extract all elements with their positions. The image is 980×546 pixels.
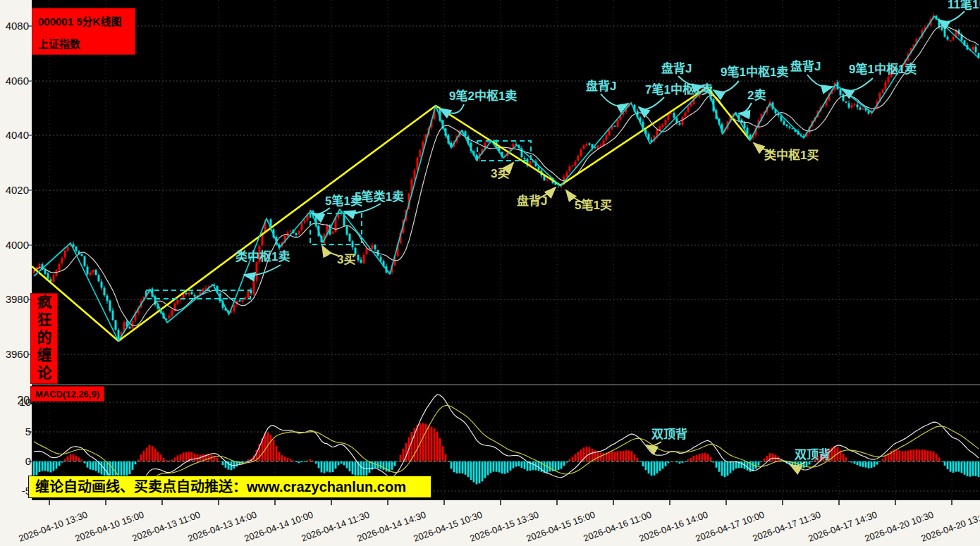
macd-bar: [470, 461, 472, 480]
macd-bar: [716, 461, 718, 468]
macd-bar: [631, 452, 633, 461]
macd-bar: [507, 461, 509, 473]
macd-bar: [278, 452, 281, 461]
candle-body: [944, 30, 946, 37]
candle-body: [682, 117, 684, 125]
macd-bar: [428, 426, 430, 461]
candle-body: [115, 320, 117, 330]
macd-bar: [577, 452, 580, 461]
candle-body: [185, 293, 188, 294]
candle-body: [349, 234, 351, 242]
candle-body: [98, 275, 100, 281]
candle-body: [953, 37, 955, 39]
macd-bar: [972, 461, 974, 476]
macd-bar: [752, 461, 754, 471]
candle-body: [566, 172, 568, 176]
macd-bar: [561, 461, 563, 469]
macd-bar: [425, 423, 427, 461]
macd-bar: [730, 461, 732, 473]
macd-bar: [273, 440, 275, 461]
macd-bar: [194, 454, 196, 461]
macd-bar: [417, 425, 419, 461]
candle-body: [862, 108, 864, 109]
macd-bar: [651, 461, 653, 476]
candle-body: [859, 108, 862, 110]
price-axis-label: 4060: [6, 75, 29, 87]
candle-body: [101, 282, 103, 288]
candle-body: [205, 288, 207, 289]
macd-bar: [324, 461, 326, 473]
macd-bar: [465, 461, 467, 475]
candle-body: [191, 292, 193, 294]
candle-body: [786, 125, 788, 126]
annotation-label: 5笔1买: [575, 198, 612, 212]
macd-bar: [515, 461, 517, 467]
macd-bar: [938, 457, 941, 461]
macd-bar: [933, 452, 935, 461]
macd-bar: [905, 451, 907, 461]
macd-bar: [95, 461, 97, 471]
candle-body: [617, 120, 619, 127]
candle-body: [524, 158, 526, 159]
macd-bar: [871, 461, 873, 468]
macd-bar: [174, 457, 176, 461]
candle-body: [580, 149, 582, 156]
candle-body: [47, 273, 49, 279]
macd-bar: [634, 454, 636, 461]
macd-bar: [617, 451, 619, 461]
macd-bar: [245, 461, 247, 462]
macd-bar: [563, 461, 565, 466]
candle-body: [882, 89, 884, 93]
macd-bar: [868, 461, 870, 469]
macd-bar: [859, 461, 862, 466]
macd-bar: [665, 461, 667, 466]
macd-bar: [129, 461, 131, 474]
annotation-label: 盘背J: [661, 61, 692, 75]
macd-bar: [950, 461, 952, 472]
macd-bar: [964, 461, 966, 475]
macd-bar: [276, 446, 278, 461]
macd-bar: [527, 461, 529, 471]
macd-bar: [318, 461, 320, 468]
macd-bar: [639, 461, 642, 462]
macd-bar: [329, 461, 331, 472]
macd-bar: [975, 461, 977, 476]
candle-body: [64, 250, 66, 257]
macd-bar: [811, 461, 814, 462]
annotation-label: 5笔类1卖: [355, 190, 404, 204]
price-axis-label: 4020: [6, 184, 29, 196]
macd-bar: [555, 461, 557, 471]
candle-body: [109, 301, 111, 311]
macd-bar: [637, 458, 639, 461]
macd-bar: [572, 457, 574, 461]
macd-bar: [978, 461, 980, 477]
macd-bar: [453, 461, 455, 472]
candle-body: [673, 113, 675, 118]
candle-body: [868, 111, 870, 114]
macd-bar: [947, 461, 949, 469]
macd-bar: [456, 461, 458, 473]
candle-body: [783, 121, 785, 125]
macd-bar: [608, 452, 611, 461]
chart-canvas[interactable]: 408040604040402040003980396020261050-520…: [0, 0, 980, 546]
macd-bar: [264, 434, 267, 461]
macd-bar: [662, 461, 664, 469]
candle-body: [575, 161, 577, 166]
price-axis-label: 4000: [6, 239, 29, 251]
macd-bar: [857, 461, 859, 465]
candle-body: [92, 270, 94, 273]
macd-bar: [654, 461, 656, 476]
candle-body: [75, 247, 78, 251]
macd-bar: [50, 461, 52, 472]
macd-bar: [53, 461, 55, 471]
macd-bar: [913, 449, 915, 461]
macd-bar: [953, 461, 955, 473]
macd-bar: [710, 457, 712, 461]
macd-bar: [713, 461, 715, 462]
candle-body: [586, 144, 588, 147]
macd-bar: [600, 453, 602, 461]
macd-bar: [64, 459, 66, 461]
macd-bar: [806, 461, 808, 467]
candle-body: [419, 150, 422, 158]
candle-body: [332, 232, 334, 234]
